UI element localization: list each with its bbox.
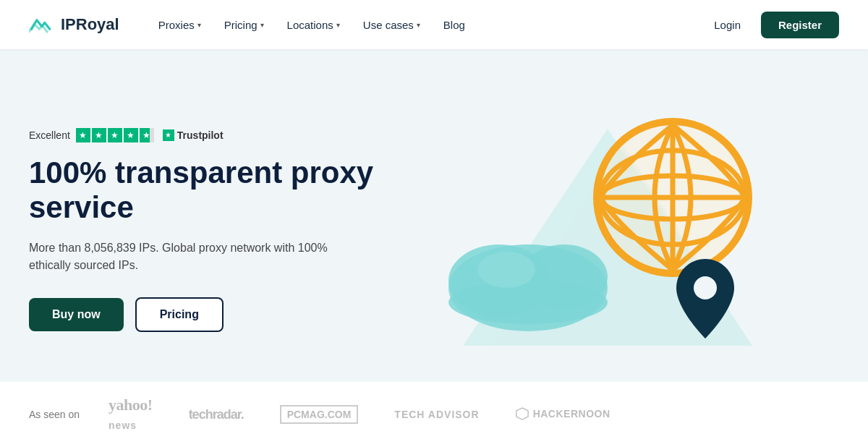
nav-actions: Login Register (705, 12, 839, 38)
hero-content: Excellent ★ ★ ★ ★ ★ ★ Trustpilot 100% tr… (29, 128, 376, 333)
as-seen-label: As seen on (29, 409, 80, 420)
trustpilot-row: Excellent ★ ★ ★ ★ ★ ★ Trustpilot (29, 128, 376, 142)
nav-proxies[interactable]: Proxies ▾ (148, 13, 211, 37)
nav-use-cases[interactable]: Use cases ▾ (353, 13, 430, 37)
login-button[interactable]: Login (705, 13, 749, 37)
svg-marker-14 (516, 407, 528, 419)
logo-link[interactable]: IPRoyal (29, 14, 119, 35)
brand-name: IPRoyal (61, 15, 119, 34)
star-5-half: ★ (140, 128, 154, 142)
trustpilot-brand: Trustpilot (177, 129, 224, 141)
svg-point-6 (477, 252, 535, 288)
star-rating: ★ ★ ★ ★ ★ (76, 128, 154, 142)
trustpilot-excellent: Excellent (29, 129, 70, 141)
nav-blog[interactable]: Blog (433, 13, 475, 37)
star-4: ★ (124, 128, 138, 142)
logo-icon (29, 14, 55, 35)
chevron-down-icon: ▾ (336, 21, 340, 29)
buy-now-button[interactable]: Buy now (29, 298, 124, 331)
yahoo-logo: yahoo!news (109, 396, 153, 433)
trustpilot-logo: ★ Trustpilot (163, 129, 224, 141)
pcmag-logo: PCMAG.COM (280, 405, 359, 424)
media-logos: yahoo!news techradar. PCMAG.COM TECH ADV… (109, 396, 839, 433)
svg-point-13 (694, 276, 717, 299)
nav-locations[interactable]: Locations ▾ (277, 13, 350, 37)
hero-illustration (376, 78, 839, 382)
star-3: ★ (108, 128, 122, 142)
star-1: ★ (76, 128, 90, 142)
hackernoon-logo: HACKERNOON (516, 407, 610, 422)
trustpilot-icon: ★ (163, 129, 174, 141)
chevron-down-icon: ▾ (260, 21, 264, 29)
hero-title: 100% transparent proxy service (29, 156, 376, 226)
techadvisor-logo: TECH ADVISOR (394, 409, 479, 420)
navbar: IPRoyal Proxies ▾ Pricing ▾ Locations ▾ … (0, 0, 868, 49)
hero-svg (405, 100, 810, 360)
nav-pricing[interactable]: Pricing ▾ (214, 13, 274, 37)
as-seen-on-section: As seen on yahoo!news techradar. PCMAG.C… (0, 382, 868, 447)
hero-section: Excellent ★ ★ ★ ★ ★ ★ Trustpilot 100% tr… (0, 49, 868, 382)
star-2: ★ (92, 128, 106, 142)
hero-subtitle: More than 8,056,839 IPs. Global proxy ne… (29, 239, 333, 274)
chevron-down-icon: ▾ (197, 21, 201, 29)
chevron-down-icon: ▾ (417, 21, 420, 29)
nav-links: Proxies ▾ Pricing ▾ Locations ▾ Use case… (148, 13, 706, 37)
techradar-logo: techradar. (189, 407, 244, 422)
register-button[interactable]: Register (761, 12, 839, 38)
hero-buttons: Buy now Pricing (29, 297, 376, 332)
svg-point-5 (448, 281, 608, 324)
pricing-button[interactable]: Pricing (135, 297, 224, 332)
